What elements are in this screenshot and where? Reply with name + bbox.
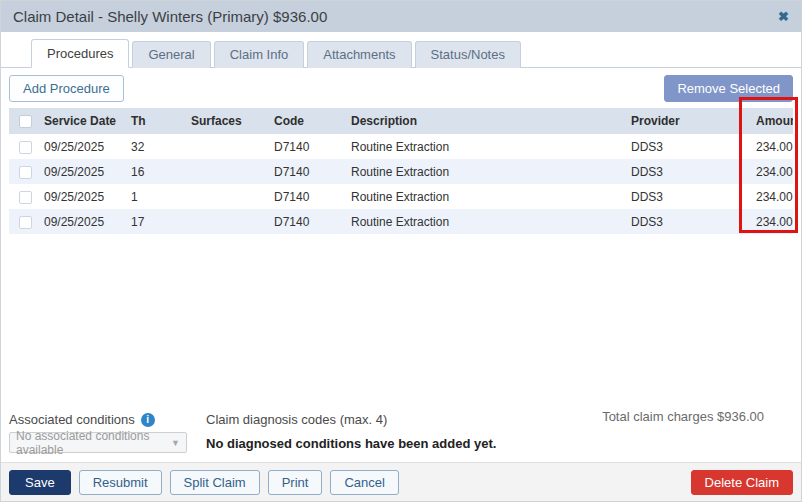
- dialog-title: Claim Detail - Shelly Winters (Primary) …: [13, 8, 327, 25]
- tab-status-notes[interactable]: Status/Notes: [415, 41, 521, 68]
- cancel-button[interactable]: Cancel: [330, 470, 398, 495]
- cell-provider: DDS3: [626, 190, 751, 204]
- cell-provider: DDS3: [626, 215, 751, 229]
- footer: Save ResubmitSplit ClaimPrintCancel Dele…: [1, 462, 801, 501]
- column-header-th: Th: [126, 114, 186, 128]
- delete-claim-button[interactable]: Delete Claim: [691, 470, 793, 495]
- cell-code: D7140: [269, 165, 346, 179]
- titlebar: Claim Detail - Shelly Winters (Primary) …: [1, 1, 801, 32]
- toolbar: Add Procedure Remove Selected: [1, 68, 801, 108]
- tab-attachments[interactable]: Attachments: [307, 41, 411, 68]
- footer-left-buttons: Save ResubmitSplit ClaimPrintCancel: [9, 470, 399, 495]
- row-checkbox-cell: [9, 189, 39, 203]
- select-all-checkbox[interactable]: [19, 115, 32, 128]
- save-button[interactable]: Save: [9, 470, 71, 495]
- claim-diagnosis-label: Claim diagnosis codes (max. 4): [206, 412, 387, 427]
- info-icon[interactable]: i: [141, 413, 155, 427]
- cell-th: 1: [126, 190, 186, 204]
- remove-selected-button[interactable]: Remove Selected: [664, 75, 793, 102]
- row-checkbox-cell: [9, 164, 39, 178]
- cell-description: Routine Extraction: [346, 165, 626, 179]
- header-checkbox-cell: [9, 114, 39, 128]
- split-claim-button[interactable]: Split Claim: [170, 470, 260, 495]
- column-header-amount: Amount: [751, 114, 793, 128]
- column-header-code: Code: [269, 114, 346, 128]
- chevron-down-icon: ▼: [171, 438, 180, 448]
- table-header-row: Service DateThSurfacesCodeDescriptionPro…: [9, 108, 793, 134]
- column-header-surfaces: Surfaces: [186, 114, 269, 128]
- claim-detail-dialog: Claim Detail - Shelly Winters (Primary) …: [0, 0, 802, 502]
- total-claim-charges: Total claim charges $936.00: [602, 409, 764, 424]
- cell-service-date: 09/25/2025: [39, 165, 126, 179]
- table-row[interactable]: 09/25/202532D7140Routine ExtractionDDS32…: [9, 134, 793, 159]
- associated-conditions-dropdown[interactable]: No associated conditions available ▼: [9, 432, 187, 453]
- cell-th: 16: [126, 165, 186, 179]
- row-checkbox-cell: [9, 214, 39, 228]
- row-checkbox[interactable]: [19, 216, 32, 229]
- table-row[interactable]: 09/25/202516D7140Routine ExtractionDDS32…: [9, 159, 793, 184]
- tab-procedures[interactable]: Procedures: [31, 39, 129, 68]
- close-icon[interactable]: ✖: [778, 9, 789, 24]
- table-row[interactable]: 09/25/20251D7140Routine ExtractionDDS323…: [9, 184, 793, 209]
- cell-service-date: 09/25/2025: [39, 140, 126, 154]
- row-checkbox[interactable]: [19, 191, 32, 204]
- cell-provider: DDS3: [626, 165, 751, 179]
- row-checkbox[interactable]: [19, 141, 32, 154]
- cell-description: Routine Extraction: [346, 190, 626, 204]
- cell-th: 17: [126, 215, 186, 229]
- diagnosis-empty-message: No diagnosed conditions have been added …: [206, 436, 496, 451]
- tab-claim-info[interactable]: Claim Info: [214, 41, 305, 68]
- cell-code: D7140: [269, 140, 346, 154]
- print-button[interactable]: Print: [268, 470, 323, 495]
- resubmit-button[interactable]: Resubmit: [79, 470, 162, 495]
- add-procedure-button[interactable]: Add Procedure: [9, 75, 124, 102]
- cell-provider: DDS3: [626, 140, 751, 154]
- table-row[interactable]: 09/25/202517D7140Routine ExtractionDDS32…: [9, 209, 793, 234]
- cell-description: Routine Extraction: [346, 140, 626, 154]
- cell-th: 32: [126, 140, 186, 154]
- cell-amount: 234.00: [751, 140, 793, 154]
- procedures-table: Service DateThSurfacesCodeDescriptionPro…: [9, 108, 793, 234]
- dropdown-selected-value: No associated conditions available: [16, 429, 171, 457]
- cell-code: D7140: [269, 190, 346, 204]
- column-header-service-date: Service Date: [39, 114, 126, 128]
- cell-service-date: 09/25/2025: [39, 190, 126, 204]
- column-header-description: Description: [346, 114, 626, 128]
- cell-amount: 234.00: [751, 190, 793, 204]
- table-body: 09/25/202532D7140Routine ExtractionDDS32…: [9, 134, 793, 234]
- row-checkbox[interactable]: [19, 166, 32, 179]
- row-checkbox-cell: [9, 139, 39, 153]
- cell-code: D7140: [269, 215, 346, 229]
- tab-bar: ProceduresGeneralClaim InfoAttachmentsSt…: [1, 39, 801, 68]
- tab-general[interactable]: General: [132, 41, 210, 68]
- cell-description: Routine Extraction: [346, 215, 626, 229]
- associated-conditions-text: Associated conditions: [9, 412, 135, 427]
- cell-amount: 234.00: [751, 165, 793, 179]
- column-header-provider: Provider: [626, 114, 751, 128]
- associated-conditions-label: Associated conditions i: [9, 412, 155, 427]
- cell-service-date: 09/25/2025: [39, 215, 126, 229]
- cell-amount: 234.00: [751, 215, 793, 229]
